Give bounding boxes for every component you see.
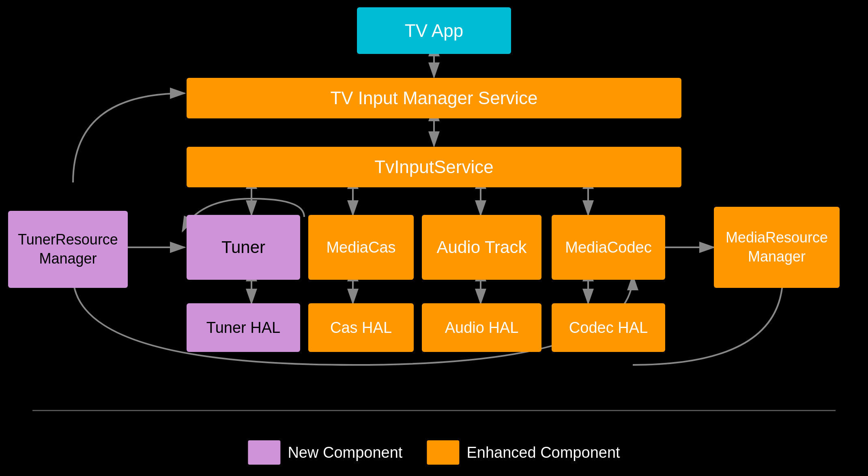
divider xyxy=(32,410,836,411)
media-cas-box: MediaCas xyxy=(308,215,414,280)
media-codec-box: MediaCodec xyxy=(552,215,665,280)
tuner-hal-box: Tuner HAL xyxy=(187,303,300,352)
legend-new-component-box xyxy=(248,440,280,465)
legend-enhanced-component-box xyxy=(427,440,459,465)
media-resource-manager-box: MediaResourceManager xyxy=(714,207,840,288)
audio-track-box: Audio Track xyxy=(422,215,541,280)
tv-input-service-box: TvInputService xyxy=(187,147,681,187)
audio-hal-box: Audio HAL xyxy=(422,303,541,352)
cas-hal-box: Cas HAL xyxy=(308,303,414,352)
legend-new-component: New Component xyxy=(248,440,402,465)
tv-input-manager-box: TV Input Manager Service xyxy=(187,78,681,118)
tv-app-box: TV App xyxy=(357,7,511,54)
tuner-box: Tuner xyxy=(187,215,300,280)
legend: New Component Enhanced Component xyxy=(248,440,620,465)
tuner-resource-manager-box: TunerResourceManager xyxy=(8,211,128,288)
codec-hal-box: Codec HAL xyxy=(552,303,665,352)
legend-enhanced-component-label: Enhanced Component xyxy=(466,444,620,461)
diagram-container: TV App TV Input Manager Service TvInputS… xyxy=(0,0,868,476)
legend-new-component-label: New Component xyxy=(288,444,402,461)
legend-enhanced-component: Enhanced Component xyxy=(427,440,620,465)
